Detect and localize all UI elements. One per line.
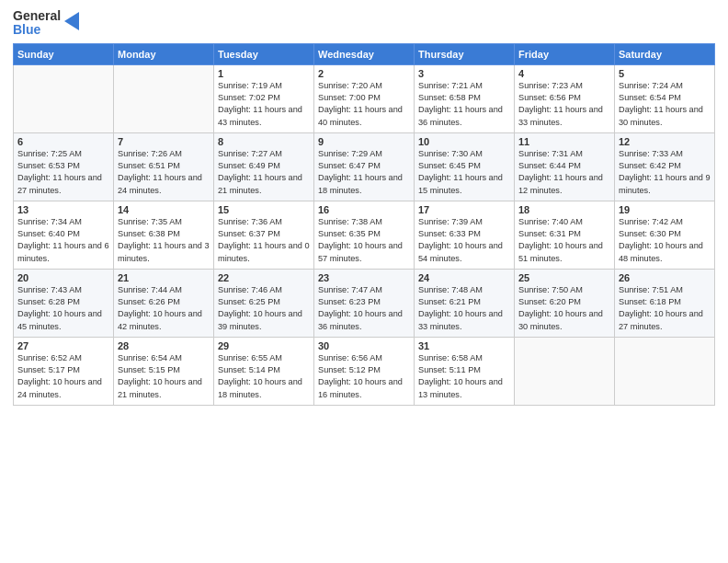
header: General Blue (13, 9, 715, 38)
logo-arrow-icon (64, 12, 83, 30)
day-number: 22 (218, 272, 310, 283)
day-cell: 9Sunrise: 7:29 AMSunset: 6:47 PMDaylight… (314, 132, 415, 201)
day-cell: 30Sunrise: 6:56 AMSunset: 5:12 PMDayligh… (314, 337, 415, 405)
day-cell: 12Sunrise: 7:33 AMSunset: 6:42 PMDayligh… (615, 132, 715, 201)
day-cell: 6Sunrise: 7:25 AMSunset: 6:53 PMDaylight… (14, 132, 114, 201)
day-number: 17 (418, 204, 510, 215)
day-info: Sunrise: 7:42 AMSunset: 6:30 PMDaylight:… (619, 216, 711, 265)
day-info: Sunrise: 7:25 AMSunset: 6:53 PMDaylight:… (17, 148, 109, 197)
day-info: Sunrise: 6:52 AMSunset: 5:17 PMDaylight:… (17, 352, 109, 401)
day-cell: 31Sunrise: 6:58 AMSunset: 5:11 PMDayligh… (415, 337, 515, 405)
day-cell: 20Sunrise: 7:43 AMSunset: 6:28 PMDayligh… (14, 269, 114, 337)
day-info: Sunrise: 7:43 AMSunset: 6:28 PMDaylight:… (17, 284, 109, 333)
day-info: Sunrise: 7:47 AMSunset: 6:23 PMDaylight:… (318, 284, 410, 333)
day-number: 19 (619, 204, 711, 215)
day-number: 3 (418, 68, 510, 79)
day-cell: 26Sunrise: 7:51 AMSunset: 6:18 PMDayligh… (615, 269, 715, 337)
col-header-friday: Friday (515, 43, 615, 64)
day-cell: 7Sunrise: 7:26 AMSunset: 6:51 PMDaylight… (114, 132, 214, 201)
day-cell: 25Sunrise: 7:50 AMSunset: 6:20 PMDayligh… (515, 269, 615, 337)
day-info: Sunrise: 7:19 AMSunset: 7:02 PMDaylight:… (218, 80, 310, 129)
day-info: Sunrise: 7:21 AMSunset: 6:58 PMDaylight:… (418, 80, 510, 129)
day-cell: 29Sunrise: 6:55 AMSunset: 5:14 PMDayligh… (214, 337, 314, 405)
day-number: 8 (218, 136, 310, 147)
day-cell: 4Sunrise: 7:23 AMSunset: 6:56 PMDaylight… (515, 64, 615, 132)
day-number: 28 (118, 340, 210, 351)
day-cell: 2Sunrise: 7:20 AMSunset: 7:00 PMDaylight… (314, 64, 415, 132)
day-number: 31 (418, 340, 510, 351)
day-number: 6 (17, 136, 109, 147)
day-cell (615, 337, 715, 405)
day-info: Sunrise: 7:31 AMSunset: 6:44 PMDaylight:… (518, 148, 610, 197)
week-row-2: 6Sunrise: 7:25 AMSunset: 6:53 PMDaylight… (14, 132, 715, 201)
col-header-tuesday: Tuesday (214, 43, 314, 64)
day-cell: 8Sunrise: 7:27 AMSunset: 6:49 PMDaylight… (214, 132, 314, 201)
day-cell: 14Sunrise: 7:35 AMSunset: 6:38 PMDayligh… (114, 201, 214, 269)
day-cell: 21Sunrise: 7:44 AMSunset: 6:26 PMDayligh… (114, 269, 214, 337)
col-header-sunday: Sunday (14, 43, 114, 64)
day-info: Sunrise: 7:40 AMSunset: 6:31 PMDaylight:… (518, 216, 610, 265)
logo-general: General (13, 9, 61, 23)
day-info: Sunrise: 7:26 AMSunset: 6:51 PMDaylight:… (118, 148, 210, 197)
day-number: 24 (418, 272, 510, 283)
day-info: Sunrise: 6:56 AMSunset: 5:12 PMDaylight:… (318, 352, 410, 401)
day-info: Sunrise: 7:33 AMSunset: 6:42 PMDaylight:… (619, 148, 711, 197)
day-info: Sunrise: 7:20 AMSunset: 7:00 PMDaylight:… (318, 80, 410, 129)
day-info: Sunrise: 6:58 AMSunset: 5:11 PMDaylight:… (418, 352, 510, 401)
day-cell (515, 337, 615, 405)
day-number: 26 (619, 272, 711, 283)
day-number: 9 (318, 136, 410, 147)
day-info: Sunrise: 7:48 AMSunset: 6:21 PMDaylight:… (418, 284, 510, 333)
day-cell: 23Sunrise: 7:47 AMSunset: 6:23 PMDayligh… (314, 269, 415, 337)
col-header-thursday: Thursday (415, 43, 515, 64)
day-cell: 28Sunrise: 6:54 AMSunset: 5:15 PMDayligh… (114, 337, 214, 405)
header-row: SundayMondayTuesdayWednesdayThursdayFrid… (14, 43, 715, 64)
calendar-body: 1Sunrise: 7:19 AMSunset: 7:02 PMDaylight… (14, 64, 715, 405)
day-cell (14, 64, 114, 132)
week-row-1: 1Sunrise: 7:19 AMSunset: 7:02 PMDaylight… (14, 64, 715, 132)
week-row-3: 13Sunrise: 7:34 AMSunset: 6:40 PMDayligh… (14, 201, 715, 269)
day-number: 1 (218, 68, 310, 79)
day-number: 14 (118, 204, 210, 215)
day-info: Sunrise: 6:54 AMSunset: 5:15 PMDaylight:… (118, 352, 210, 401)
day-number: 23 (318, 272, 410, 283)
day-info: Sunrise: 7:50 AMSunset: 6:20 PMDaylight:… (518, 284, 610, 333)
main-container: General Blue SundayMondayTuesdayWednesda… (0, 0, 728, 411)
day-number: 29 (218, 340, 310, 351)
day-info: Sunrise: 7:39 AMSunset: 6:33 PMDaylight:… (418, 216, 510, 265)
day-info: Sunrise: 6:55 AMSunset: 5:14 PMDaylight:… (218, 352, 310, 401)
day-number: 10 (418, 136, 510, 147)
day-cell: 17Sunrise: 7:39 AMSunset: 6:33 PMDayligh… (415, 201, 515, 269)
day-info: Sunrise: 7:51 AMSunset: 6:18 PMDaylight:… (619, 284, 711, 333)
day-cell: 10Sunrise: 7:30 AMSunset: 6:45 PMDayligh… (415, 132, 515, 201)
day-cell: 16Sunrise: 7:38 AMSunset: 6:35 PMDayligh… (314, 201, 415, 269)
col-header-saturday: Saturday (615, 43, 715, 64)
day-info: Sunrise: 7:36 AMSunset: 6:37 PMDaylight:… (218, 216, 310, 265)
day-number: 7 (118, 136, 210, 147)
day-number: 13 (17, 204, 109, 215)
day-number: 2 (318, 68, 410, 79)
day-number: 4 (518, 68, 610, 79)
day-info: Sunrise: 7:34 AMSunset: 6:40 PMDaylight:… (17, 216, 109, 265)
day-cell (114, 64, 214, 132)
day-cell: 13Sunrise: 7:34 AMSunset: 6:40 PMDayligh… (14, 201, 114, 269)
day-number: 20 (17, 272, 109, 283)
day-number: 5 (619, 68, 711, 79)
day-cell: 11Sunrise: 7:31 AMSunset: 6:44 PMDayligh… (515, 132, 615, 201)
week-row-4: 20Sunrise: 7:43 AMSunset: 6:28 PMDayligh… (14, 269, 715, 337)
day-info: Sunrise: 7:24 AMSunset: 6:54 PMDaylight:… (619, 80, 711, 129)
day-number: 30 (318, 340, 410, 351)
day-number: 16 (318, 204, 410, 215)
week-row-5: 27Sunrise: 6:52 AMSunset: 5:17 PMDayligh… (14, 337, 715, 405)
day-cell: 15Sunrise: 7:36 AMSunset: 6:37 PMDayligh… (214, 201, 314, 269)
col-header-wednesday: Wednesday (314, 43, 415, 64)
day-cell: 18Sunrise: 7:40 AMSunset: 6:31 PMDayligh… (515, 201, 615, 269)
day-cell: 27Sunrise: 6:52 AMSunset: 5:17 PMDayligh… (14, 337, 114, 405)
svg-marker-0 (64, 12, 79, 30)
day-info: Sunrise: 7:30 AMSunset: 6:45 PMDaylight:… (418, 148, 510, 197)
day-cell: 22Sunrise: 7:46 AMSunset: 6:25 PMDayligh… (214, 269, 314, 337)
logo-blue: Blue (13, 23, 61, 37)
day-cell: 5Sunrise: 7:24 AMSunset: 6:54 PMDaylight… (615, 64, 715, 132)
day-cell: 1Sunrise: 7:19 AMSunset: 7:02 PMDaylight… (214, 64, 314, 132)
day-number: 25 (518, 272, 610, 283)
